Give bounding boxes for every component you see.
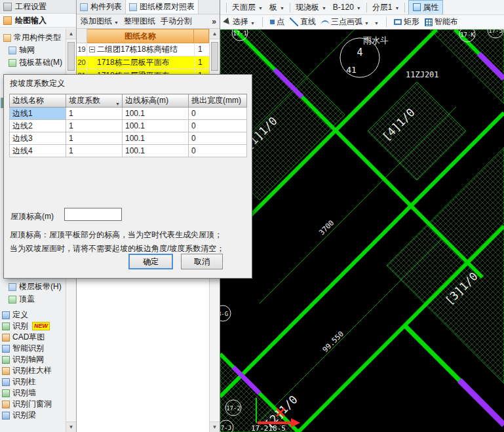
nav-tool-smart-identify[interactable]: 智能识别 [0, 343, 69, 354]
tool-label: 识别柱 [12, 376, 36, 387]
cell-elevation[interactable]: 100.1 [123, 108, 189, 120]
tree-item-component-types[interactable]: 常用构件类型 [0, 31, 66, 44]
organize-sheet-button[interactable]: 整理图纸 [121, 14, 158, 28]
cell-elevation[interactable]: 100.1 [123, 145, 189, 157]
collapse-icon[interactable] [89, 47, 95, 52]
line-tool-button[interactable]: 直线 [290, 16, 316, 28]
col-slope-coefficient[interactable]: 坡度系数 [66, 94, 123, 108]
grid-bubble-label[interactable]: 7-J [221, 425, 231, 431]
manual-split-button[interactable]: 手动分割 [158, 14, 195, 28]
element-name-selector[interactable]: B-120 [330, 1, 364, 13]
tab-component-list[interactable]: 构件列表 [77, 0, 126, 14]
add-sheet-button[interactable]: 添加图纸 [78, 14, 121, 28]
cell-overhang[interactable]: 0 [189, 120, 247, 132]
cell-edge-name[interactable]: 边线4 [10, 145, 66, 157]
grid-icon [425, 18, 433, 26]
draw-toolbar: 选择 点 直线 三点画弧 矩形 智能布 [220, 15, 504, 29]
tree-item-cover[interactable]: 顶盖 [0, 293, 66, 305]
smart-layout-button[interactable]: 智能布 [425, 16, 458, 28]
point-tool-button[interactable]: 点 [270, 16, 284, 28]
hatch-region[interactable] [387, 147, 504, 383]
grid-bubble-label[interactable]: 17-2 [226, 405, 241, 412]
scrollbar-thumb[interactable] [68, 42, 75, 71]
nav-tool-identify-column-detail[interactable]: 识别柱大样 [0, 365, 69, 376]
roof-elevation-input[interactable] [64, 208, 122, 221]
properties-icon [413, 3, 421, 11]
cell-overhang[interactable]: 0 [189, 132, 247, 145]
rectangle-tool-button[interactable]: 矩形 [394, 16, 419, 28]
chevron-down-icon [114, 17, 119, 26]
hatch-regions[interactable] [220, 29, 504, 432]
cell-overhang[interactable]: 0 [189, 145, 247, 157]
select-tool-button[interactable]: 选择 [224, 16, 255, 28]
sheet-name-header[interactable]: 图纸名称 [87, 29, 194, 43]
tree-label: 楼层板带(H) [19, 281, 62, 292]
annotation-text[interactable]: 雨水斗 [363, 35, 389, 45]
cad-identify-tool-list: 定义 识别 NEW CAD草图 智能识别 识别轴网 识别柱大样 识别柱 [0, 309, 69, 421]
toolbar-overflow-button[interactable]: » [208, 17, 220, 26]
scroll-up-icon[interactable]: ▲ [210, 29, 220, 39]
dimension-text[interactable]: 99.550 [321, 330, 345, 354]
cell-edge-name[interactable]: 边线1 [10, 108, 66, 120]
cell-edge-name[interactable]: 边线3 [10, 132, 66, 145]
properties-label: 属性 [423, 2, 438, 13]
nav-tab-drawing-input[interactable]: 绘图输入 [0, 14, 76, 28]
nav-tool-identify[interactable]: 识别 NEW [0, 321, 69, 332]
toolbar-separator [226, 3, 227, 12]
row-number: 19 [77, 43, 87, 56]
nav-tool-identify-beam[interactable]: 识别梁 [0, 410, 69, 421]
arc-icon [321, 20, 329, 24]
tab-sheet-floor-table[interactable]: 图纸楼层对照表 [126, 0, 199, 14]
tool-label: 智能识别 [12, 343, 44, 354]
dimension-text[interactable]: 3700 [317, 218, 336, 237]
cell-slope[interactable]: 1 [66, 108, 123, 120]
line-icon [290, 18, 298, 26]
tree-item-raft-foundation[interactable]: 筏板基础(M) [0, 56, 66, 69]
axis-grid-icon [9, 47, 16, 54]
tab-label: 图纸楼层对照表 [140, 1, 195, 12]
floor-selector[interactable]: 天面层 [229, 1, 266, 14]
nav-tool-define[interactable]: 定义 [0, 309, 69, 321]
sheet-row-19[interactable]: 19 二组团17栋18栋商铺结 1 [77, 43, 209, 56]
cell-slope[interactable]: 1 [66, 120, 123, 132]
more-draw-tools-dropdown[interactable] [374, 18, 379, 27]
sheet-scale-header [194, 29, 209, 43]
cell-overhang[interactable]: 0 [189, 108, 247, 120]
purple-wall-segment[interactable] [459, 380, 504, 425]
annotation-text[interactable]: 11ZJ201 [406, 70, 439, 79]
help-text-line1: 屋顶标高：屋顶平板部分的标高，当为空时代表生成尖屋顶； [10, 229, 222, 241]
tree-item-floor-slab-band[interactable]: 楼层板带(H) [0, 281, 66, 293]
nav-tab-project-settings[interactable]: 工程设置 [0, 0, 76, 14]
grid-bubble-label[interactable]: 8-G [220, 311, 228, 317]
ok-button[interactable]: 确定 [128, 254, 173, 269]
cancel-button[interactable]: 取消 [181, 254, 223, 269]
cell-elevation[interactable]: 100.1 [123, 132, 189, 145]
scroll-down-icon[interactable]: ▼ [66, 422, 76, 432]
cell-slope[interactable]: 1 [66, 132, 123, 145]
sheet-row-20[interactable]: 20 1718栋二层板平面布 1 [77, 56, 209, 69]
cad-drawing-area[interactable]: 17-1 17-K 17-5 4 41 雨水斗 11ZJ201 8-G 17-2… [220, 29, 504, 432]
nav-tool-identify-column[interactable]: 识别柱 [0, 376, 69, 387]
element-subtype-selector[interactable]: 现浇板 [292, 1, 330, 14]
element-type-selector[interactable]: 板 [266, 1, 288, 14]
nav-tool-identify-openings[interactable]: 识别门窗洞 [0, 399, 69, 410]
grid-bubble-label[interactable]: 17-K [460, 31, 475, 38]
cell-slope[interactable]: 1 [66, 145, 123, 157]
layer-selector[interactable]: 分层1 [369, 1, 403, 14]
cell-elevation[interactable]: 100.1 [123, 120, 189, 132]
three-point-arc-tool-button[interactable]: 三点画弧 [321, 16, 369, 28]
cell-edge-name[interactable]: 边线2 [10, 120, 66, 132]
tree-item-grid[interactable]: 轴网 [0, 44, 66, 56]
cad-canvas[interactable]: 17-1 17-K 17-5 4 41 雨水斗 11ZJ201 8-G 17-2… [220, 29, 504, 432]
grid-bubble-label[interactable]: 4 [357, 47, 362, 58]
grid-bubble-label[interactable]: 41 [346, 65, 357, 75]
nav-tool-identify-wall[interactable]: 识别墙 [0, 387, 69, 399]
grid-bubble-label[interactable]: 17-1 [233, 30, 247, 37]
nav-tool-identify-grid[interactable]: 识别轴网 [0, 354, 69, 365]
scroll-up-icon[interactable]: ▲ [66, 29, 76, 39]
scrollbar-thumb[interactable] [211, 42, 218, 71]
scroll-down-icon[interactable]: ▼ [210, 422, 220, 432]
grid-bubble-label[interactable]: 17-5 [488, 29, 503, 34]
nav-tool-cad-sketch[interactable]: CAD草图 [0, 332, 69, 343]
properties-button[interactable]: 属性 [408, 0, 443, 15]
